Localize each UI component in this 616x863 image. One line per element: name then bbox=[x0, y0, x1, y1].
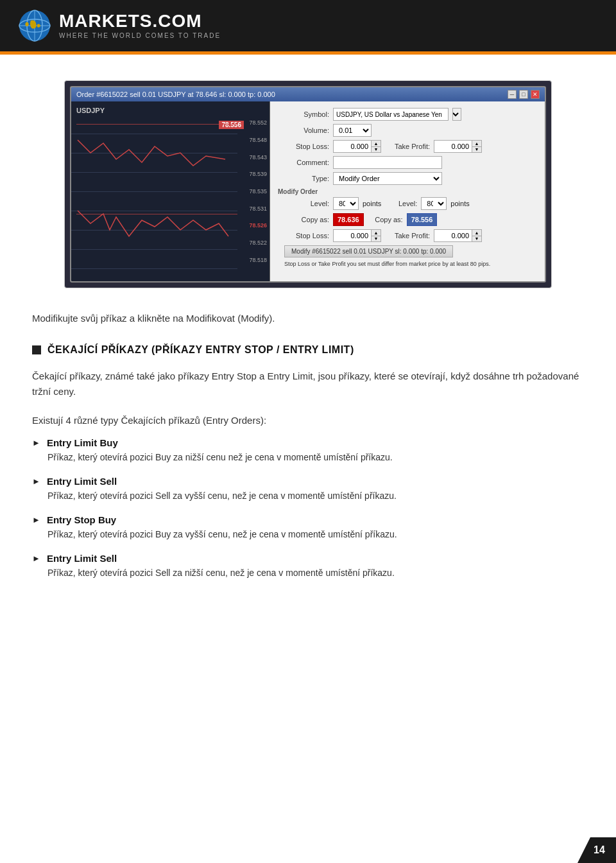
arrow-icon-2: ► bbox=[32, 476, 40, 486]
take-profit-spinner-btns: ▲ ▼ bbox=[472, 140, 482, 153]
take-profit-input-2[interactable] bbox=[434, 229, 472, 242]
tp2-spinner-btns: ▲ ▼ bbox=[472, 229, 482, 242]
tp2-up[interactable]: ▲ bbox=[472, 230, 481, 236]
volume-row: Volume: 0.01 bbox=[278, 124, 537, 137]
logo: MARKETS.COM WHERE THE WORLD COMES TO TRA… bbox=[18, 9, 221, 42]
page-number: 14 bbox=[594, 844, 605, 856]
stop-loss-up[interactable]: ▲ bbox=[372, 141, 381, 147]
dialog-title: Order #6615022 sell 0.01 USDJPY at 78.64… bbox=[76, 91, 275, 98]
symbol-input[interactable] bbox=[333, 108, 449, 121]
price-6: 78.531 bbox=[240, 205, 267, 212]
take-profit-spinner-2: ▲ ▼ bbox=[434, 229, 482, 242]
entry-title-4: Entry Limit Sell bbox=[47, 553, 117, 564]
stop-loss-input[interactable] bbox=[333, 140, 372, 153]
entry-list: ► Entry Limit Buy Příkaz, který otevírá … bbox=[32, 437, 584, 580]
price-5: 78.535 bbox=[240, 188, 267, 195]
symbol-dropdown[interactable] bbox=[452, 108, 461, 121]
price-7: 78.526 bbox=[240, 222, 267, 229]
level-select-2[interactable]: 80 bbox=[421, 197, 447, 210]
chart-area: USDJPY 78.556 bbox=[71, 101, 270, 281]
points-label-1: points bbox=[363, 200, 381, 207]
entry-desc-1: Příkaz, který otevírá pozici Buy za nižš… bbox=[47, 451, 584, 464]
types-intro: Existují 4 různé typy Čekajících příkazů… bbox=[32, 415, 584, 426]
level-label-2: Level: bbox=[385, 200, 417, 207]
modify-button[interactable]: Modify #6615022 sell 0.01 USDJPY sl: 0.0… bbox=[284, 245, 453, 257]
section-heading: ČEKAJÍCÍ PŘÍKAZY (PŘÍKAZY ENTRY STOP / E… bbox=[32, 344, 584, 356]
dialog-body: USDJPY 78.556 bbox=[71, 101, 545, 281]
list-item: ► Entry Limit Buy Příkaz, který otevírá … bbox=[32, 437, 584, 464]
copy-as-label-1: Copy as: bbox=[278, 216, 329, 223]
section-bullet-icon bbox=[32, 345, 41, 354]
comment-label: Comment: bbox=[278, 159, 329, 166]
volume-label: Volume: bbox=[278, 126, 329, 134]
site-subtitle: WHERE THE WORLD COMES TO TRADE bbox=[59, 32, 221, 39]
take-profit-label-2: Take Profit: bbox=[385, 232, 430, 240]
chart-svg bbox=[71, 101, 238, 281]
sl2-up[interactable]: ▲ bbox=[372, 230, 381, 236]
copy-as-red-button[interactable]: 78.636 bbox=[333, 213, 364, 226]
minimize-button[interactable]: ─ bbox=[508, 90, 517, 99]
comment-input[interactable] bbox=[333, 156, 442, 169]
copy-as-label-2: Copy as: bbox=[368, 216, 403, 223]
stop-loss-spinner: ▲ ▼ bbox=[333, 140, 381, 153]
entry-item-header-3: ► Entry Stop Buy bbox=[32, 514, 584, 525]
level-row: Level: 80 points Level: 80 points bbox=[278, 197, 537, 210]
symbol-label: Symbol: bbox=[278, 110, 329, 118]
warning-text: Stop Loss or Take Profit you set must di… bbox=[284, 261, 537, 268]
entry-item-header-2: ► Entry Limit Sell bbox=[32, 476, 584, 487]
entry-item-header-4: ► Entry Limit Sell bbox=[32, 553, 584, 564]
type-row: Type: Modify Order bbox=[278, 172, 537, 185]
entry-title-1: Entry Limit Buy bbox=[47, 437, 118, 448]
price-1: 78.552 bbox=[240, 119, 267, 126]
main-content: Order #6615022 sell 0.01 USDJPY at 78.64… bbox=[0, 55, 616, 630]
dialog-titlebar: Order #6615022 sell 0.01 USDJPY at 78.64… bbox=[71, 87, 545, 101]
volume-select[interactable]: 0.01 bbox=[333, 124, 372, 137]
copy-as-blue-button[interactable]: 78.556 bbox=[407, 213, 438, 226]
modify-btn-row: Modify #6615022 sell 0.01 USDJPY sl: 0.0… bbox=[278, 245, 537, 257]
dialog-controls[interactable]: ─ □ ✕ bbox=[508, 90, 540, 99]
entry-desc-4: Příkaz, který otevírá pozici Sell za niž… bbox=[47, 566, 584, 580]
entry-title-3: Entry Stop Buy bbox=[47, 514, 116, 525]
list-item: ► Entry Stop Buy Příkaz, který otevírá p… bbox=[32, 514, 584, 541]
entry-desc-2: Příkaz, který otevírá pozici Sell za vyš… bbox=[47, 489, 584, 503]
stop-loss-spinner-2: ▲ ▼ bbox=[333, 229, 381, 242]
page-header: MARKETS.COM WHERE THE WORLD COMES TO TRA… bbox=[0, 0, 616, 51]
comment-row: Comment: bbox=[278, 156, 537, 169]
form-area: Symbol: Volume: 0.01 Stop Loss: bbox=[270, 101, 545, 281]
points-label-2: points bbox=[450, 200, 469, 207]
modify-order-section: Modify Order Level: 80 points Level: 80 bbox=[278, 188, 537, 268]
page-number-container: 14 bbox=[578, 837, 616, 863]
maximize-button[interactable]: □ bbox=[519, 90, 528, 99]
take-profit-down[interactable]: ▼ bbox=[472, 147, 481, 153]
price-scale: 78.552 78.548 78.543 78.539 78.535 78.53… bbox=[237, 101, 270, 281]
screenshot-container: Order #6615022 sell 0.01 USDJPY at 78.64… bbox=[64, 80, 552, 288]
take-profit-spinner: ▲ ▼ bbox=[434, 140, 482, 153]
stop-loss-down[interactable]: ▼ bbox=[372, 147, 381, 153]
entry-title-2: Entry Limit Sell bbox=[47, 476, 117, 487]
level-select-1[interactable]: 80 bbox=[333, 197, 359, 210]
type-label: Type: bbox=[278, 175, 329, 182]
symbol-row: Symbol: bbox=[278, 108, 537, 121]
price-4: 78.539 bbox=[240, 171, 267, 177]
section-description: Čekající příkazy, známé také jako příkaz… bbox=[32, 369, 584, 399]
section-title: ČEKAJÍCÍ PŘÍKAZY (PŘÍKAZY ENTRY STOP / E… bbox=[47, 344, 354, 356]
take-profit-input[interactable] bbox=[434, 140, 472, 153]
modify-order-title: Modify Order bbox=[278, 188, 537, 195]
sl2-spinner-btns: ▲ ▼ bbox=[372, 229, 381, 242]
tp2-down[interactable]: ▼ bbox=[472, 236, 481, 242]
close-button[interactable]: ✕ bbox=[531, 90, 540, 99]
entry-desc-3: Příkaz, který otevírá pozici Buy za vyšš… bbox=[47, 528, 584, 541]
dialog-window: Order #6615022 sell 0.01 USDJPY at 78.64… bbox=[70, 86, 546, 283]
sl-tp-row: Stop Loss: ▲ ▼ Take Profit: bbox=[278, 140, 537, 153]
stop-loss-input-2[interactable] bbox=[333, 229, 372, 242]
arrow-icon-4: ► bbox=[32, 554, 40, 563]
take-profit-up[interactable]: ▲ bbox=[472, 141, 481, 147]
copy-as-row: Copy as: 78.636 Copy as: 78.556 bbox=[278, 213, 537, 226]
take-profit-label: Take Profit: bbox=[385, 143, 430, 150]
site-title: MARKETS.COM bbox=[59, 12, 221, 30]
level-label-1: Level: bbox=[278, 200, 329, 207]
arrow-icon-3: ► bbox=[32, 515, 40, 525]
sl2-down[interactable]: ▼ bbox=[372, 236, 381, 242]
price-2: 78.548 bbox=[240, 137, 267, 143]
type-select[interactable]: Modify Order bbox=[333, 172, 442, 185]
